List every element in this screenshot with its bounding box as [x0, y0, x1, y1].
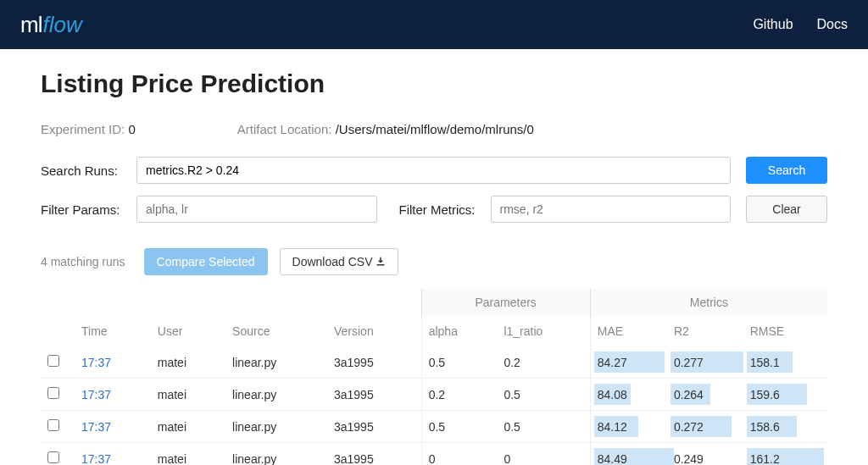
metric-rmse: 158.6: [743, 411, 827, 443]
table-row: 17:37mateilinear.py3a19950.50.284.270.27…: [41, 346, 827, 379]
filter-metrics-label: Filter Metrics:: [399, 202, 476, 217]
logo-flow: flow: [42, 12, 81, 38]
experiment-id-label: Experiment ID:: [41, 122, 125, 136]
experiment-meta: Experiment ID: 0 Artifact Location: /Use…: [41, 122, 827, 136]
param-l1-ratio: 0.2: [497, 346, 590, 379]
col-r2: R2: [667, 316, 743, 346]
metric-mae: 84.08: [590, 379, 667, 411]
param-alpha: 0: [421, 443, 497, 466]
param-alpha: 0.2: [421, 379, 497, 411]
match-count: 4 matching runs: [41, 255, 125, 268]
table-row: 17:37mateilinear.py3a19950.50.584.120.27…: [41, 411, 827, 443]
run-version: 3a1995: [327, 379, 421, 411]
metric-rmse: 158.1: [743, 346, 827, 379]
param-l1-ratio: 0.5: [497, 379, 590, 411]
run-user: matei: [151, 346, 225, 379]
run-version: 3a1995: [327, 411, 421, 443]
col-alpha: alpha: [421, 316, 497, 346]
runs-table: Parameters Metrics Time User Source Vers…: [41, 289, 827, 465]
page-title: Listing Price Prediction: [41, 69, 827, 98]
metric-mae: 84.27: [590, 346, 667, 379]
clear-button[interactable]: Clear: [746, 196, 827, 223]
param-l1-ratio: 0.5: [497, 411, 590, 443]
run-source: linear.py: [225, 379, 327, 411]
nav-links: Github Docs: [753, 17, 848, 32]
search-button[interactable]: Search: [746, 157, 827, 184]
param-l1-ratio: 0: [497, 443, 590, 466]
artifact-location-label: Artifact Location:: [237, 122, 332, 136]
run-source: linear.py: [225, 411, 327, 443]
metric-mae: 84.49: [590, 443, 667, 466]
run-version: 3a1995: [327, 443, 421, 466]
nav-github-link[interactable]: Github: [753, 17, 793, 32]
search-runs-label: Search Runs:: [41, 163, 121, 178]
logo: mlflow: [20, 12, 82, 38]
metrics-group-header: Metrics: [590, 289, 827, 316]
row-checkbox[interactable]: [47, 451, 59, 463]
filter-metrics-input[interactable]: [491, 196, 732, 223]
col-user: User: [151, 316, 225, 346]
download-csv-label: Download CSV: [292, 255, 373, 268]
search-runs-input[interactable]: [136, 157, 731, 184]
param-alpha: 0.5: [421, 411, 497, 443]
col-l1-ratio: l1_ratio: [497, 316, 590, 346]
run-time-link[interactable]: 17:37: [81, 356, 111, 369]
download-icon: [376, 256, 386, 269]
metric-mae: 84.12: [590, 411, 667, 443]
compare-selected-button[interactable]: Compare Selected: [144, 248, 268, 275]
run-version: 3a1995: [327, 346, 421, 379]
run-user: matei: [151, 411, 225, 443]
col-rmse: RMSE: [743, 316, 827, 346]
run-time-link[interactable]: 17:37: [81, 388, 111, 401]
navbar: mlflow Github Docs: [0, 0, 868, 49]
row-checkbox[interactable]: [47, 355, 59, 367]
params-group-header: Parameters: [421, 289, 590, 316]
experiment-id-value: 0: [128, 122, 135, 136]
col-source: Source: [225, 316, 327, 346]
metric-rmse: 161.2: [743, 443, 827, 466]
col-time: Time: [75, 316, 151, 346]
row-checkbox[interactable]: [47, 419, 59, 431]
col-mae: MAE: [590, 316, 667, 346]
artifact-location-value: /Users/matei/mlflow/demo/mlruns/0: [336, 122, 534, 136]
run-user: matei: [151, 379, 225, 411]
logo-ml: ml: [20, 12, 42, 38]
main-container: Listing Price Prediction Experiment ID: …: [0, 49, 868, 465]
param-alpha: 0.5: [421, 346, 497, 379]
run-source: linear.py: [225, 443, 327, 466]
run-time-link[interactable]: 17:37: [81, 452, 111, 466]
metric-r2: 0.277: [667, 346, 743, 379]
nav-docs-link[interactable]: Docs: [817, 17, 848, 32]
run-user: matei: [151, 443, 225, 466]
download-csv-button[interactable]: Download CSV: [280, 248, 399, 275]
metric-rmse: 159.6: [743, 379, 827, 411]
col-version: Version: [327, 316, 421, 346]
metric-r2: 0.249: [667, 443, 743, 466]
filter-params-input[interactable]: [136, 196, 377, 223]
metric-r2: 0.264: [667, 379, 743, 411]
table-row: 17:37mateilinear.py3a19950.20.584.080.26…: [41, 379, 827, 411]
run-time-link[interactable]: 17:37: [81, 420, 111, 434]
table-row: 17:37mateilinear.py3a19950084.490.249161…: [41, 443, 827, 466]
run-source: linear.py: [225, 346, 327, 379]
metric-r2: 0.272: [667, 411, 743, 443]
filter-params-label: Filter Params:: [41, 202, 121, 217]
row-checkbox[interactable]: [47, 387, 59, 399]
